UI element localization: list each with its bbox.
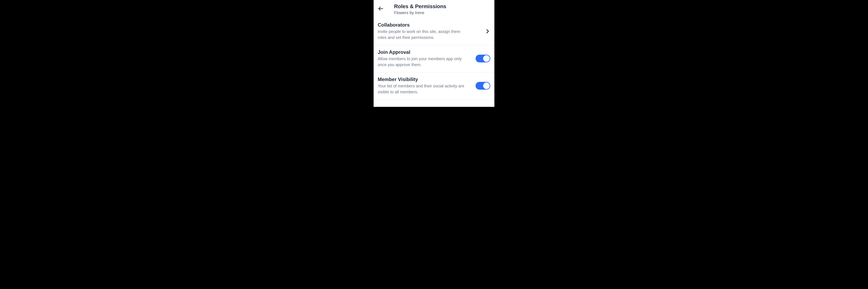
member-visibility-desc: Your list of members and their social ac…	[378, 83, 466, 95]
member-visibility-text: Member Visibility Your list of members a…	[378, 76, 472, 95]
toggle-knob	[483, 55, 490, 62]
join-approval-title: Join Approval	[378, 49, 472, 55]
join-approval-row: Join Approval Allow members to join your…	[374, 45, 494, 72]
member-visibility-title: Member Visibility	[378, 76, 472, 82]
roles-permissions-panel: Roles & Permissions Flowers by Irene Col…	[374, 0, 494, 107]
join-approval-toggle[interactable]	[475, 55, 490, 62]
member-visibility-row: Member Visibility Your list of members a…	[374, 72, 494, 100]
chevron-right-icon	[486, 29, 490, 34]
collaborators-text: Collaborators Invite people to work on t…	[378, 22, 483, 40]
page-subtitle: Flowers by Irene	[394, 10, 446, 15]
page-title: Roles & Permissions	[394, 3, 446, 10]
join-approval-text: Join Approval Allow members to join your…	[378, 49, 472, 68]
arrow-left-icon	[378, 6, 383, 11]
collaborators-row[interactable]: Collaborators Invite people to work on t…	[374, 18, 494, 45]
join-approval-desc: Allow members to join your members app o…	[378, 56, 466, 68]
collaborators-title: Collaborators	[378, 22, 483, 28]
header-titles: Roles & Permissions Flowers by Irene	[394, 3, 446, 15]
member-visibility-toggle[interactable]	[475, 82, 490, 90]
header: Roles & Permissions Flowers by Irene	[374, 2, 494, 18]
collaborators-desc: Invite people to work on this site, assi…	[378, 29, 466, 40]
back-button[interactable]	[378, 4, 386, 13]
toggle-knob	[483, 83, 490, 89]
